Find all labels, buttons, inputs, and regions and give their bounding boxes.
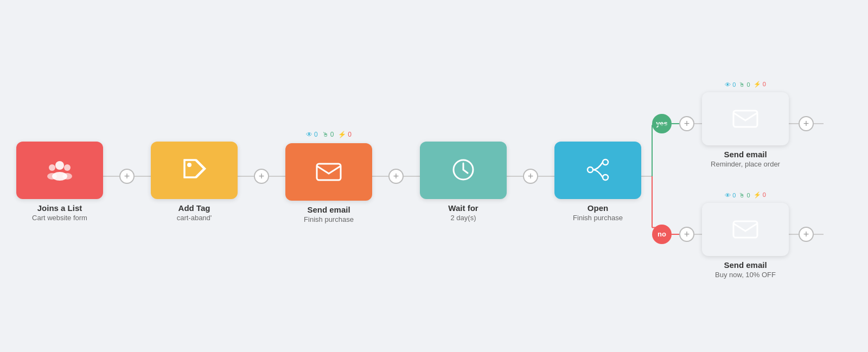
no-node-stats: 👁 0 🖱 0 ⚡ 0 — [725, 190, 766, 201]
branch-icon — [583, 155, 613, 185]
connector-2: + — [238, 169, 285, 184]
yes-bounces: 0 — [763, 81, 766, 87]
people-icon — [44, 155, 75, 185]
wait-for-card[interactable] — [420, 142, 507, 199]
joins-list-sublabel: Cart website form — [32, 214, 87, 222]
clicks-count: 0 — [330, 131, 334, 138]
node-add-tag: Add Tag cart-aband' — [151, 131, 238, 222]
yes-node-stats: 👁 0 🖱 0 ⚡ 0 — [725, 79, 766, 90]
line-1 — [103, 176, 119, 177]
svg-point-0 — [55, 161, 64, 170]
joins-list-label: Joins a List — [37, 203, 82, 213]
yes-end-connector: + — [789, 116, 824, 131]
no-node-card[interactable] — [702, 203, 789, 256]
workflow-canvas: Joins a List Cart website form + Add — [16, 11, 852, 341]
branch-no: no + 👁 0 🖱 0 ⚡ 0 — [652, 190, 824, 279]
bounces-count: 0 — [348, 131, 352, 138]
yes-clicks: 0 — [746, 81, 750, 88]
connector-3: + — [372, 169, 420, 184]
no-views-icon: 👁 0 — [725, 192, 736, 199]
right-section: yes + 👁 0 🖱 0 ⚡ 0 — [652, 74, 824, 279]
send-email-1-sublabel: Finish purchase — [304, 215, 354, 223]
line-1b — [135, 176, 151, 177]
add-tag-sublabel: cart-aband' — [177, 214, 212, 222]
yes-views-icon: 👁 0 — [725, 81, 736, 88]
add-step-2-button[interactable]: + — [254, 169, 269, 184]
yes-views: 0 — [732, 81, 736, 88]
svg-point-5 — [62, 173, 72, 180]
node-wait-for: Wait for 2 day(s) — [420, 131, 507, 222]
svg-rect-17 — [733, 221, 757, 238]
line-2 — [238, 176, 254, 177]
no-line — [672, 234, 679, 235]
yes-node-card[interactable] — [702, 92, 789, 145]
clicks-icon: 🖱 0 — [322, 131, 334, 138]
no-node-label: Send email — [724, 260, 767, 270]
add-tag-label: Add Tag — [178, 203, 210, 213]
no-views: 0 — [732, 192, 736, 199]
yes-end-line-2 — [814, 123, 824, 124]
svg-point-11 — [603, 175, 608, 180]
line-3b — [404, 176, 420, 177]
yes-end-line — [789, 123, 799, 124]
connector-4: + — [507, 169, 554, 184]
svg-point-9 — [588, 167, 593, 172]
yes-line-2 — [694, 123, 702, 124]
wait-for-label: Wait for — [448, 203, 478, 213]
line-3 — [372, 176, 388, 177]
line-4 — [507, 176, 523, 177]
email-icon-no — [730, 214, 761, 244]
open-label: Open — [588, 203, 608, 213]
add-step-1-button[interactable]: + — [119, 169, 135, 184]
no-end-connector: + — [789, 227, 824, 242]
branch-line-main — [641, 176, 652, 177]
connector-1: + — [103, 169, 151, 184]
bounces-icon: ⚡ 0 — [338, 131, 352, 138]
svg-point-6 — [187, 163, 192, 167]
no-end-line-2 — [814, 234, 824, 235]
svg-point-4 — [47, 173, 57, 180]
send-email-1-stats: 👁 0 🖱 0 ⚡ 0 — [306, 129, 352, 140]
open-card[interactable] — [554, 142, 641, 199]
email-icon-1 — [314, 156, 344, 187]
add-step-4-button[interactable]: + — [523, 169, 538, 184]
clock-icon — [448, 155, 478, 185]
yes-node-label: Send email — [724, 150, 767, 159]
yes-clicks-icon: 🖱 0 — [739, 81, 750, 88]
send-email-1-label: Send email — [307, 205, 350, 214]
svg-point-1 — [49, 164, 55, 171]
yes-badge: yes — [652, 114, 672, 133]
no-end-line — [789, 234, 799, 235]
open-sublabel: Finish purchase — [573, 214, 623, 222]
no-line-2 — [694, 234, 702, 235]
svg-rect-16 — [733, 111, 757, 127]
yes-node-sublabel: Reminder, place order — [711, 160, 780, 168]
email-icon-yes — [730, 103, 761, 133]
branch-connector-main — [641, 176, 652, 177]
add-tag-card[interactable] — [151, 142, 238, 199]
views-count: 0 — [314, 131, 318, 138]
add-step-3-button[interactable]: + — [388, 169, 404, 184]
views-icon: 👁 0 — [306, 131, 318, 138]
joins-list-card[interactable] — [16, 142, 103, 199]
yes-node-area: 👁 0 🖱 0 ⚡ 0 Send email Reminder — [702, 79, 789, 168]
branch-yes: yes + 👁 0 🖱 0 ⚡ 0 — [652, 79, 824, 168]
node-send-email-1: 👁 0 🖱 0 ⚡ 0 Send email Finish purchase — [285, 129, 372, 223]
yes-bounces-icon: ⚡ 0 — [754, 81, 766, 88]
line-4b — [538, 176, 554, 177]
add-yes-button[interactable]: + — [679, 116, 694, 131]
no-clicks: 0 — [746, 192, 750, 199]
add-no-button[interactable]: + — [679, 227, 694, 242]
no-bounces-icon: ⚡ 0 — [754, 191, 766, 199]
node-joins-list: Joins a List Cart website form — [16, 131, 103, 222]
svg-rect-7 — [317, 164, 341, 180]
wait-for-sublabel: 2 day(s) — [451, 214, 476, 222]
no-clicks-icon: 🖱 0 — [739, 192, 750, 199]
add-yes-end-button[interactable]: + — [799, 116, 814, 131]
no-node-sublabel: Buy now, 10% OFF — [715, 271, 776, 279]
add-no-end-button[interactable]: + — [799, 227, 814, 242]
workflow-main: Joins a List Cart website form + Add — [16, 74, 824, 279]
send-email-1-card[interactable] — [285, 143, 372, 201]
no-bounces: 0 — [763, 191, 766, 198]
svg-point-2 — [64, 164, 71, 171]
